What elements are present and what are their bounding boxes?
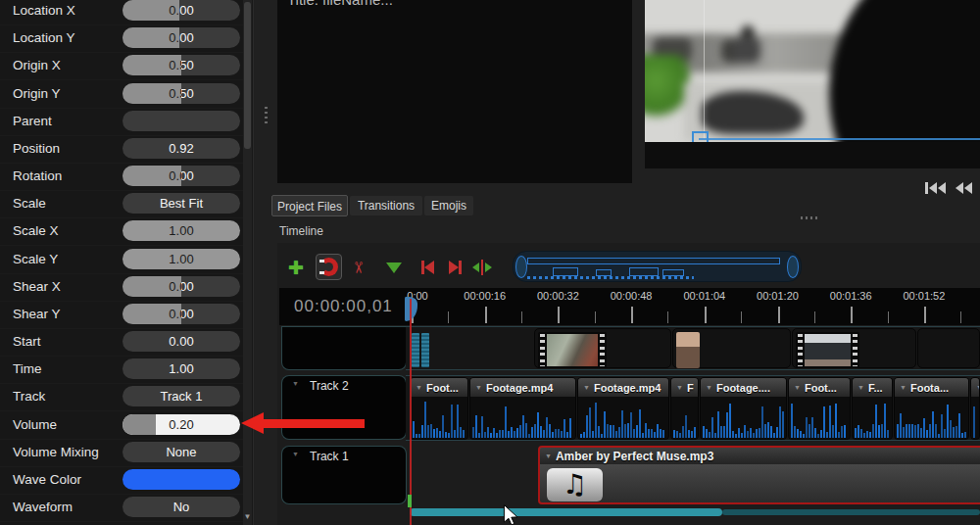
chevron-down-icon: ▼ [545, 453, 552, 459]
chevron-down-icon: ▼ [858, 384, 864, 391]
property-value-wave-color[interactable] [122, 469, 240, 490]
waveform [671, 397, 698, 439]
razor-button[interactable]: ✂ [348, 257, 369, 278]
center-playhead-button[interactable] [469, 257, 495, 278]
property-row-location-y: Location Y0.000.00 [0, 24, 243, 53]
video-frame[interactable] [645, 0, 980, 142]
video-clip[interactable] [534, 328, 671, 368]
property-value-scale[interactable]: Best Fit [122, 193, 240, 214]
property-value-rotation[interactable]: 0.000.00 [122, 166, 240, 186]
property-value-time[interactable]: 1.00 [122, 358, 240, 379]
property-row-shear-x: Shear X0.000.00 [0, 273, 243, 302]
add-track-button[interactable]: ✚ [285, 257, 307, 278]
property-label: Wave Color [13, 466, 81, 494]
video-clip[interactable] [672, 328, 791, 368]
jump-start-button[interactable] [416, 257, 438, 278]
transform-corner-handle[interactable] [692, 131, 709, 142]
property-value-origin-x[interactable]: 0.500.50 [122, 55, 240, 75]
property-value-volume[interactable]: 0.20 [122, 414, 240, 435]
property-value-parent[interactable] [122, 111, 240, 131]
chevron-down-icon: ▼ [794, 384, 801, 391]
timeline-zoom-widget[interactable] [513, 251, 802, 282]
ruler-tick [924, 307, 926, 323]
clip-foota-[interactable]: ▼Foota... [894, 377, 969, 440]
mini-clip[interactable] [412, 333, 419, 367]
property-label: Volume Mixing [13, 439, 99, 466]
chevron-down-icon: ▼ [416, 384, 422, 391]
clip-header: ▼ [971, 378, 979, 397]
zoom-right-handle[interactable] [787, 256, 799, 278]
video-frame-image [645, 0, 980, 142]
jump-to-start-button[interactable] [925, 182, 946, 194]
snapping-toggle-button[interactable] [316, 254, 342, 280]
property-value-text: None [122, 442, 240, 462]
property-value-track[interactable]: Track 1 [122, 386, 240, 406]
clip-foot-[interactable]: ▼Foot... [410, 377, 468, 440]
scrollbar-thumb[interactable] [244, 2, 251, 149]
clip-label: Footage.mp4 [486, 382, 553, 394]
property-value-volume-mixing[interactable]: None [122, 442, 240, 462]
property-value-position[interactable]: 0.92 [122, 138, 240, 159]
video-track-lane [406, 326, 980, 370]
property-label: Location Y [13, 24, 75, 52]
preview-splitter-handle[interactable] [801, 216, 820, 219]
panel-splitter-handle[interactable] [265, 107, 268, 126]
track2-header[interactable]: ▼ Track 2 [281, 375, 407, 440]
property-value-location-y[interactable]: 0.000.00 [122, 27, 240, 48]
chevron-down-icon: ▼ [583, 384, 590, 391]
waveform [895, 397, 968, 439]
tab-project-files[interactable]: Project Files [271, 195, 348, 216]
rewind-button[interactable] [956, 182, 972, 194]
annotation-arrow-head [241, 412, 264, 434]
property-value-shear-y[interactable]: 0.000.00 [122, 304, 240, 324]
audio-thumbnail: ♫ [547, 468, 603, 501]
jump-end-button[interactable] [444, 257, 466, 278]
chevron-down-icon: ▼ [292, 451, 299, 457]
property-value-scale-x[interactable]: 1.00 [122, 220, 240, 241]
clip-header: ▼Foota... [895, 378, 968, 397]
video-clip[interactable] [792, 328, 916, 368]
property-label: Shear X [13, 273, 61, 301]
clip-partial[interactable]: ▼ [970, 377, 980, 440]
center-playhead-icon [472, 262, 479, 272]
video-track-header[interactable] [281, 326, 407, 370]
timeline-hscrollbar-thumb[interactable] [410, 508, 722, 516]
property-value-waveform[interactable]: No [122, 497, 240, 517]
audio-clip-selected[interactable]: ▼ Amber by Perfect Muse.mp3 ♫ [538, 446, 980, 504]
tab-transitions[interactable]: Transitions [350, 196, 422, 215]
property-value-shear-x[interactable]: 0.000.00 [122, 276, 240, 297]
ruler-tick-minor [888, 311, 889, 323]
property-row-volume: Volume0.20 [0, 411, 243, 440]
clip-f-[interactable]: ▼F... [852, 377, 893, 440]
marker-button[interactable] [383, 257, 405, 278]
track1-header[interactable]: ▼ Track 1 [281, 446, 407, 504]
waveform [701, 397, 786, 439]
clip-label: Footage.mp4 [594, 382, 661, 394]
editor-clipped-text: Title: fileName... [287, 0, 393, 8]
properties-scrollbar[interactable]: ▼ [243, 0, 252, 525]
clip-foot-[interactable]: ▼Foot... [788, 377, 851, 440]
property-row-scale-y: Scale Y1.00 [0, 246, 243, 274]
property-row-origin-y: Origin Y0.500.50 [0, 80, 243, 109]
timeline-ruler[interactable]: 00:00:00,01 0:0000:00:1600:00:3200:00:48… [279, 288, 980, 325]
tab-emojis[interactable]: Emojis [424, 196, 473, 215]
clip-label: Foot... [426, 382, 459, 394]
magnet-icon [319, 258, 338, 276]
waveform [470, 397, 575, 439]
track1-lane: ▼ Amber by Perfect Muse.mp3 ♫ [406, 446, 980, 504]
mini-clip[interactable] [421, 333, 429, 367]
video-clip[interactable] [917, 328, 980, 368]
clip-footage-mp4[interactable]: ▼Footage.mp4 [577, 377, 669, 440]
clip-f[interactable]: ▼F [670, 377, 699, 440]
clip-header: ▼Foot... [411, 378, 467, 397]
property-value-location-x[interactable]: 0.000.00 [122, 0, 240, 21]
zoom-left-handle[interactable] [515, 256, 527, 278]
timeline-hscrollbar-track[interactable] [722, 509, 980, 515]
scrollbar-down-arrow-icon[interactable]: ▼ [243, 511, 252, 523]
clip-footage-mp4[interactable]: ▼Footage.mp4 [469, 377, 576, 440]
clip-footage-[interactable]: ▼Footage.... [700, 377, 787, 440]
property-value-start[interactable]: 0.00 [122, 331, 240, 352]
playhead-line [410, 299, 412, 525]
property-value-scale-y[interactable]: 1.00 [122, 249, 240, 269]
property-value-origin-y[interactable]: 0.500.50 [122, 83, 240, 104]
